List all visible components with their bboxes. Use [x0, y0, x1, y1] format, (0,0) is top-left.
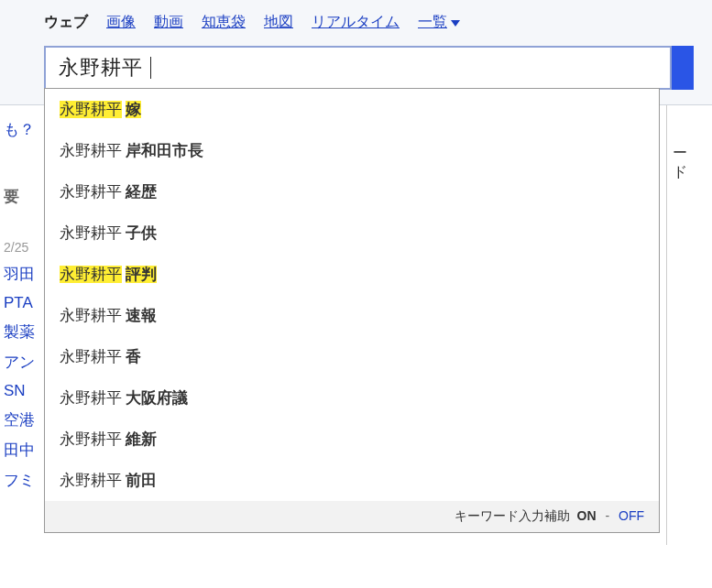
search-button[interactable] [672, 46, 694, 90]
bg-link[interactable]: 空港 [4, 409, 44, 430]
suggestion-extra: 維新 [126, 430, 157, 448]
tab-chiebukuro[interactable]: 知恵袋 [202, 13, 246, 32]
bg-keyword: ード [667, 144, 694, 182]
bg-left-column: も？ 要 2/25 羽田 PTA 製薬 アン SN 空港 田中 フミ [0, 110, 44, 491]
suggestion-base: 永野耕平 [60, 183, 122, 201]
text-caret [150, 57, 151, 79]
tab-web[interactable]: ウェブ [44, 13, 88, 32]
suggestion-base: 永野耕平 [60, 389, 122, 407]
bg-link[interactable]: 羽田 [4, 264, 44, 285]
suggestion-item[interactable]: 永野耕平岸和田市長 [45, 130, 659, 171]
suggestion-extra: 岸和田市長 [126, 142, 203, 159]
suggest-assist-label: キーワード入力補助 [455, 508, 570, 523]
bg-tab: 要 [4, 186, 44, 207]
suggestion-item[interactable]: 永野耕平香 [45, 336, 659, 377]
suggestion-dropdown: 永野耕平嫁 永野耕平岸和田市長 永野耕平経歴 永野耕平子供 永野耕平評判 永野耕… [44, 88, 660, 533]
tab-realtime[interactable]: リアルタイム [312, 13, 400, 32]
suggestion-extra: 大阪府議 [126, 389, 188, 407]
suggestion-item[interactable]: 永野耕平大阪府議 [45, 377, 659, 419]
suggestion-base: 永野耕平 [60, 101, 122, 118]
tab-more-label: 一覧 [418, 13, 447, 32]
suggestion-extra: 経歴 [126, 183, 157, 201]
search-query-text: 永野耕平 [59, 54, 143, 82]
tab-video[interactable]: 動画 [154, 13, 183, 32]
bg-right-column: ード [666, 105, 694, 545]
suggestion-extra: 前田 [126, 472, 157, 489]
suggestion-extra: 評判 [126, 266, 157, 283]
search-bar: 永野耕平 [44, 46, 694, 90]
suggestion-base: 永野耕平 [60, 348, 122, 365]
suggestion-footer: キーワード入力補助 ON - OFF [45, 501, 659, 532]
bg-date: 2/25 [4, 240, 44, 255]
bg-link[interactable]: アン [4, 352, 44, 373]
suggestion-base: 永野耕平 [60, 142, 122, 159]
suggestion-base: 永野耕平 [60, 307, 122, 324]
suggestion-item[interactable]: 永野耕平維新 [45, 419, 659, 460]
bg-link[interactable]: PTA [4, 294, 44, 312]
suggestion-item[interactable]: 永野耕平嫁 [45, 89, 659, 130]
suggest-on[interactable]: ON [577, 508, 597, 523]
bg-link[interactable]: 田中 [4, 440, 44, 461]
tab-images[interactable]: 画像 [106, 13, 136, 32]
suggestion-item[interactable]: 永野耕平速報 [45, 295, 659, 336]
suggest-off[interactable]: OFF [619, 508, 644, 523]
suggestion-item[interactable]: 永野耕平子供 [45, 212, 659, 254]
search-input[interactable]: 永野耕平 [44, 46, 672, 90]
bg-link[interactable]: フミ [4, 470, 44, 491]
tab-map[interactable]: 地図 [264, 13, 293, 32]
suggestion-extra: 速報 [126, 307, 157, 324]
suggestion-extra: 嫁 [126, 101, 141, 118]
suggestion-base: 永野耕平 [60, 224, 122, 242]
suggest-sep: - [605, 508, 609, 523]
tab-more[interactable]: 一覧 [418, 13, 460, 32]
suggestion-item[interactable]: 永野耕平評判 [45, 254, 659, 295]
suggestion-base: 永野耕平 [60, 472, 122, 489]
search-tabs: ウェブ 画像 動画 知恵袋 地図 リアルタイム 一覧 [44, 13, 460, 32]
suggestion-extra: 子供 [126, 224, 157, 242]
bg-text: も？ [4, 119, 44, 140]
bg-link[interactable]: 製薬 [4, 321, 44, 343]
suggestion-base: 永野耕平 [60, 266, 122, 283]
bg-link[interactable]: SN [4, 382, 44, 400]
suggestion-item[interactable]: 永野耕平経歴 [45, 171, 659, 212]
suggestion-item[interactable]: 永野耕平前田 [45, 460, 659, 501]
chevron-down-icon [451, 20, 460, 27]
suggestion-base: 永野耕平 [60, 430, 122, 448]
suggestion-extra: 香 [126, 348, 141, 365]
